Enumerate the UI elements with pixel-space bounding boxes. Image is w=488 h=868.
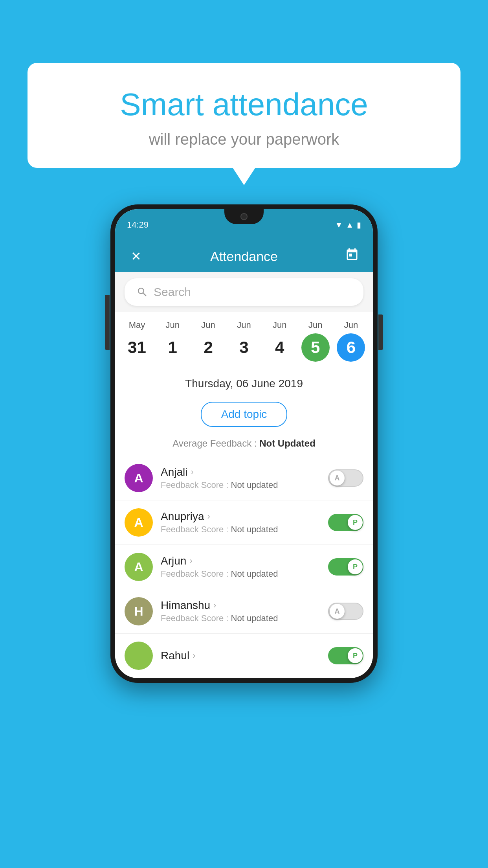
- student-list: A Anjali › Feedback Score : Not updated …: [115, 456, 373, 678]
- status-icons: ▼ ▲ ▮: [335, 220, 361, 230]
- feedback-anupriya: Feedback Score : Not updated: [161, 524, 320, 535]
- speech-bubble-subtitle: will replace your paperwork: [47, 131, 441, 148]
- search-bar[interactable]: Search: [125, 278, 363, 306]
- student-name-arjun: Arjun ›: [161, 555, 320, 567]
- search-icon: [136, 286, 148, 298]
- cal-day-jun3[interactable]: Jun 3: [228, 320, 260, 362]
- toggle-anjali[interactable]: A: [328, 469, 363, 487]
- student-name-himanshu: Himanshu ›: [161, 599, 320, 612]
- cal-day-jun1[interactable]: Jun 1: [157, 320, 188, 362]
- cal-day-jun2[interactable]: Jun 2: [193, 320, 224, 362]
- avatar-partial: [125, 642, 153, 670]
- avatar-himanshu: H: [125, 597, 153, 625]
- student-info-arjun: Arjun › Feedback Score : Not updated: [161, 555, 320, 579]
- speech-bubble: Smart attendance will replace your paper…: [28, 63, 460, 168]
- app-bar: ✕ Attendance: [115, 241, 373, 272]
- student-item-partial[interactable]: Rahul › P: [115, 634, 373, 678]
- camera: [240, 213, 248, 220]
- chevron-anjali: ›: [191, 467, 193, 477]
- cal-day-jun4[interactable]: Jun 4: [264, 320, 295, 362]
- phone-wrapper: 14:29 ▼ ▲ ▮ ✕ Attendance: [110, 204, 378, 683]
- status-time: 14:29: [127, 220, 149, 230]
- signal-icon: ▲: [346, 221, 354, 230]
- student-item-arjun[interactable]: A Arjun › Feedback Score : Not updated P: [115, 545, 373, 589]
- student-name-partial: Rahul ›: [161, 649, 320, 662]
- student-info-himanshu: Himanshu › Feedback Score : Not updated: [161, 599, 320, 623]
- student-item-anupriya[interactable]: A Anupriya › Feedback Score : Not update…: [115, 500, 373, 545]
- chevron-partial: ›: [193, 651, 195, 661]
- add-topic-button[interactable]: Add topic: [201, 402, 288, 427]
- feedback-arjun: Feedback Score : Not updated: [161, 569, 320, 579]
- attendance-toggle-anupriya[interactable]: P: [328, 514, 363, 531]
- feedback-himanshu: Feedback Score : Not updated: [161, 613, 320, 623]
- student-info-anjali: Anjali › Feedback Score : Not updated: [161, 466, 320, 490]
- notch: [224, 209, 264, 224]
- chevron-arjun: ›: [189, 556, 192, 566]
- toggle-anupriya[interactable]: P: [328, 514, 363, 531]
- attendance-toggle-himanshu[interactable]: A: [328, 603, 363, 620]
- cal-day-jun6-selected[interactable]: Jun 6: [335, 320, 367, 362]
- attendance-toggle-partial[interactable]: P: [328, 647, 363, 664]
- calendar-strip: May 31 Jun 1 Jun 2 Jun 3: [115, 312, 373, 370]
- avatar-anjali: A: [125, 464, 153, 492]
- avatar-arjun: A: [125, 553, 153, 581]
- wifi-icon: ▼: [335, 221, 343, 230]
- search-container: Search: [115, 272, 373, 312]
- student-name-anupriya: Anupriya ›: [161, 510, 320, 523]
- attendance-toggle-arjun[interactable]: P: [328, 558, 363, 576]
- attendance-toggle-anjali[interactable]: A: [328, 469, 363, 487]
- selected-date: Thursday, 06 June 2019: [115, 370, 373, 398]
- feedback-anjali: Feedback Score : Not updated: [161, 480, 320, 490]
- average-feedback-label: Average Feedback :: [172, 438, 259, 449]
- battery-icon: ▮: [357, 220, 361, 230]
- speech-bubble-title: Smart attendance: [47, 86, 441, 123]
- avatar-anupriya: A: [125, 508, 153, 537]
- phone-screen: 14:29 ▼ ▲ ▮ ✕ Attendance: [115, 209, 373, 678]
- chevron-anupriya: ›: [207, 511, 210, 522]
- toggle-himanshu[interactable]: A: [328, 603, 363, 620]
- status-bar: 14:29 ▼ ▲ ▮: [115, 209, 373, 241]
- app-title: Attendance: [146, 249, 342, 264]
- search-placeholder: Search: [154, 285, 191, 299]
- average-feedback: Average Feedback : Not Updated: [115, 434, 373, 456]
- add-topic-container: Add topic: [115, 398, 373, 434]
- student-item-himanshu[interactable]: H Himanshu › Feedback Score : Not update…: [115, 589, 373, 634]
- speech-bubble-container: Smart attendance will replace your paper…: [28, 63, 460, 168]
- chevron-himanshu: ›: [213, 600, 216, 611]
- student-item-anjali[interactable]: A Anjali › Feedback Score : Not updated …: [115, 456, 373, 500]
- close-button[interactable]: ✕: [126, 249, 146, 264]
- student-info-partial: Rahul ›: [161, 649, 320, 662]
- student-info-anupriya: Anupriya › Feedback Score : Not updated: [161, 510, 320, 535]
- toggle-arjun[interactable]: P: [328, 558, 363, 576]
- cal-day-may31[interactable]: May 31: [121, 320, 152, 362]
- phone: 14:29 ▼ ▲ ▮ ✕ Attendance: [110, 204, 378, 683]
- toggle-partial[interactable]: P: [328, 647, 363, 664]
- average-feedback-value: Not Updated: [259, 438, 316, 449]
- student-name-anjali: Anjali ›: [161, 466, 320, 478]
- calendar-icon[interactable]: [342, 248, 362, 265]
- cal-day-jun5-today[interactable]: Jun 5: [300, 320, 331, 362]
